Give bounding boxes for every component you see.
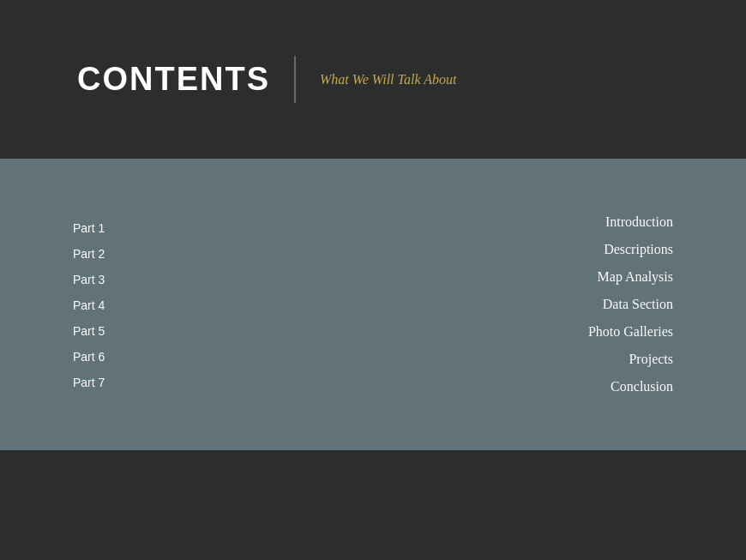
part-item: Part 3	[73, 273, 105, 286]
header-section: CONTENTS What We Will Talk About	[0, 0, 746, 159]
topic-item: Map Analysis	[588, 269, 673, 285]
parts-column: Part 1Part 2Part 3Part 4Part 5Part 6Part…	[73, 214, 105, 389]
part-item: Part 2	[73, 247, 105, 261]
page-title: CONTENTS	[77, 61, 270, 98]
footer-section	[0, 450, 746, 560]
part-item: Part 4	[73, 298, 105, 312]
contents-grid: Part 1Part 2Part 3Part 4Part 5Part 6Part…	[73, 214, 673, 394]
part-item: Part 7	[73, 376, 105, 389]
part-item: Part 1	[73, 221, 105, 235]
topic-item: Introduction	[588, 214, 673, 230]
header-subtitle: What We Will Talk About	[320, 72, 456, 87]
topic-item: Projects	[588, 352, 673, 367]
topics-column: IntroductionDescriptionsMap AnalysisData…	[588, 214, 673, 394]
part-item: Part 6	[73, 350, 105, 364]
topic-item: Photo Galleries	[588, 324, 673, 340]
topic-item: Data Section	[588, 297, 673, 312]
main-section: Part 1Part 2Part 3Part 4Part 5Part 6Part…	[0, 159, 746, 450]
topic-item: Conclusion	[588, 379, 673, 394]
header-divider	[294, 56, 296, 103]
part-item: Part 5	[73, 324, 105, 338]
topic-item: Descriptions	[588, 242, 673, 257]
